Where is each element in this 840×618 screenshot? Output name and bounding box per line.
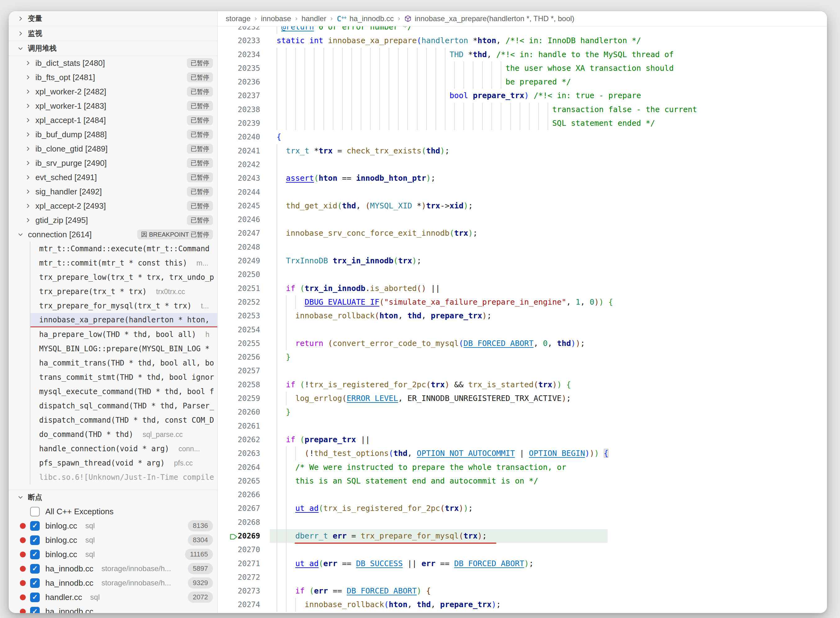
code-line[interactable]: 20237 bool prepare_trx) /*!< in: true - … bbox=[218, 89, 827, 103]
breakpoint-row[interactable]: ✓ha_innodb.ccstorage/innobase/h...5897 bbox=[9, 562, 217, 576]
gutter[interactable]: 20265 bbox=[218, 474, 277, 488]
code-line[interactable]: 20234 THD *thd, /*!< in: handle to the M… bbox=[218, 48, 827, 61]
callstack-thread-row[interactable]: ib_fts_opt [2481]已暂停 bbox=[9, 70, 217, 85]
gutter[interactable]: 20242 bbox=[218, 158, 277, 171]
callstack-thread-row[interactable]: sig_handler [2492]已暂停 bbox=[9, 184, 217, 199]
gutter[interactable]: 20236 bbox=[218, 75, 277, 89]
breakpoint-row[interactable]: ✓binlog.ccsql8136 bbox=[9, 518, 217, 533]
gutter[interactable]: 20240 bbox=[218, 130, 277, 144]
code-line[interactable]: 20263 (!thd_test_options(thd, OPTION_NOT… bbox=[218, 447, 827, 460]
callstack-thread-row[interactable]: gtid_zip [2495]已暂停 bbox=[9, 213, 217, 227]
code-line[interactable]: 20256 } bbox=[218, 350, 827, 364]
gutter[interactable]: 20269 bbox=[218, 529, 277, 543]
callstack-frame-row[interactable]: libc.so.6![Unknown/Just-In-Time compiled bbox=[30, 470, 217, 484]
code-line[interactable]: 20248 bbox=[218, 241, 827, 254]
gutter[interactable]: 20235 bbox=[218, 61, 277, 75]
code-line[interactable]: 20233static int innobase_xa_prepare(hand… bbox=[218, 34, 827, 48]
code-line[interactable]: 20235 the user whose XA transaction shou… bbox=[218, 61, 827, 75]
breakpoint-row[interactable]: ✓handler.ccsql2072 bbox=[9, 590, 217, 604]
gutter[interactable]: 20258 bbox=[218, 378, 277, 392]
code-line[interactable]: 20261 bbox=[218, 419, 827, 433]
code-line[interactable]: 20262 if (prepare_trx || bbox=[218, 433, 827, 447]
callstack-frame-row[interactable]: handle_connection(void * arg)conn... bbox=[30, 441, 217, 456]
gutter[interactable]: 20232 bbox=[218, 27, 277, 34]
code-line[interactable]: 20254 bbox=[218, 323, 827, 337]
code-line[interactable]: 20258 if (!trx_is_registered_for_2pc(trx… bbox=[218, 378, 827, 392]
code-line[interactable]: 20239 SQL statement ended */ bbox=[218, 116, 827, 130]
callstack-frame-row[interactable]: mtr_t::commit(mtr_t * const this)m... bbox=[30, 256, 217, 270]
gutter[interactable]: 20247 bbox=[218, 226, 277, 240]
gutter[interactable]: 20234 bbox=[218, 48, 277, 61]
callstack-frame-row[interactable]: do_command(THD * thd)sql_parse.cc bbox=[30, 427, 217, 441]
code-line[interactable]: 20270 bbox=[218, 543, 827, 557]
breakpoint-row[interactable]: ✓ha_innodb.ccstorage/innobase/h...9329 bbox=[9, 576, 217, 590]
callstack-thread-row[interactable]: ib_srv_purge [2490]已暂停 bbox=[9, 156, 217, 170]
breadcrumb[interactable]: storage›innobase›handler›C++ha_innodb.cc… bbox=[218, 11, 827, 27]
callstack-thread-row[interactable]: ib_dict_stats [2480]已暂停 bbox=[9, 56, 217, 70]
gutter[interactable]: 20245 bbox=[218, 199, 277, 213]
checkbox-checked[interactable]: ✓ bbox=[30, 607, 40, 614]
gutter[interactable]: 20243 bbox=[218, 171, 277, 185]
gutter[interactable]: 20262 bbox=[218, 433, 277, 447]
code-line[interactable]: 20253 innobase_rollback(hton, thd, prepa… bbox=[218, 309, 827, 323]
gutter[interactable]: 20272 bbox=[218, 570, 277, 584]
breakpoint-row[interactable]: ✓binlog.ccsql11165 bbox=[9, 547, 217, 562]
callstack-thread-row[interactable]: xpl_worker-1 [2483]已暂停 bbox=[9, 99, 217, 113]
gutter[interactable]: 20244 bbox=[218, 186, 277, 199]
callstack-frame-row[interactable]: trx_prepare(trx_t * trx)trx0trx.cc bbox=[30, 284, 217, 299]
code-line[interactable]: 20246 bbox=[218, 213, 827, 226]
code-line[interactable]: 20265 this is an SQL statement end and a… bbox=[218, 474, 827, 488]
callstack-frame-row[interactable]: trx_prepare_for_mysql(trx_t * trx)t... bbox=[30, 299, 217, 313]
gutter[interactable]: 20270 bbox=[218, 543, 277, 557]
checkbox-checked[interactable]: ✓ bbox=[30, 593, 40, 602]
gutter[interactable]: 20261 bbox=[218, 419, 277, 433]
callstack-frame-row[interactable]: pfs_spawn_thread(void * arg)pfs.cc bbox=[30, 456, 217, 470]
callstack-frame-row[interactable]: ha_commit_trans(THD * thd, bool all, boo… bbox=[30, 356, 217, 370]
code-line[interactable]: 20242 bbox=[218, 158, 827, 171]
gutter[interactable]: 20246 bbox=[218, 213, 277, 226]
breadcrumb-item-file[interactable]: ha_innodb.cc bbox=[350, 14, 394, 23]
callstack-thread-row-connection[interactable]: connection [2614] 因 BREAKPOINT 已暂停 bbox=[9, 227, 217, 242]
callstack-frame-row[interactable]: dispatch_sql_command(THD * thd, Parser_s… bbox=[30, 399, 217, 413]
gutter[interactable]: 20266 bbox=[218, 488, 277, 502]
code-line[interactable]: 20236 be prepared */ bbox=[218, 75, 827, 89]
code-line[interactable]: 20244 bbox=[218, 186, 827, 199]
checkbox-checked[interactable]: ✓ bbox=[30, 564, 40, 573]
code-line[interactable]: 20260 } bbox=[218, 405, 827, 419]
gutter[interactable]: 20233 bbox=[218, 34, 277, 48]
gutter[interactable]: 20248 bbox=[218, 241, 277, 254]
gutter[interactable]: 20252 bbox=[218, 295, 277, 309]
code-line[interactable]: 20267 ut_ad(trx_is_registered_for_2pc(tr… bbox=[218, 502, 827, 515]
checkbox-checked[interactable]: ✓ bbox=[30, 578, 40, 588]
gutter[interactable]: 20241 bbox=[218, 144, 277, 158]
breadcrumb-item-storage[interactable]: storage bbox=[226, 14, 250, 23]
callstack-frame-row[interactable]: mysql_execute_command(THD * thd, bool fi… bbox=[30, 385, 217, 399]
code-viewport[interactable]: 20232 @return 0 or error number */20233s… bbox=[218, 27, 827, 613]
checkbox-checked[interactable]: ✓ bbox=[30, 521, 40, 531]
code-line[interactable]: 20268 bbox=[218, 515, 827, 529]
code-line[interactable]: 20240{ bbox=[218, 130, 827, 144]
code-line[interactable]: 20264 /* We were instructed to prepare t… bbox=[218, 461, 827, 474]
gutter[interactable]: 20250 bbox=[218, 268, 277, 281]
gutter[interactable]: 20264 bbox=[218, 461, 277, 474]
callstack-frame-row[interactable]: mtr_t::Command::execute(mtr_t::Command * bbox=[30, 242, 217, 256]
gutter[interactable]: 20268 bbox=[218, 515, 277, 529]
callstack-frame-row[interactable]: trx_prepare_low(trx_t * trx, trx_undo_pt… bbox=[30, 270, 217, 284]
gutter[interactable]: 20254 bbox=[218, 323, 277, 337]
section-variables[interactable]: 变量 bbox=[9, 11, 217, 26]
callstack-thread-row[interactable]: xpl_accept-1 [2484]已暂停 bbox=[9, 113, 217, 127]
gutter[interactable]: 20260 bbox=[218, 405, 277, 419]
checkbox-checked[interactable]: ✓ bbox=[30, 550, 40, 559]
breadcrumb-item-symbol[interactable]: innobase_xa_prepare(handlerton *, THD *,… bbox=[415, 14, 575, 23]
callstack-thread-row[interactable]: xpl_accept-2 [2493]已暂停 bbox=[9, 199, 217, 213]
gutter[interactable]: 20255 bbox=[218, 337, 277, 350]
checkbox-checked[interactable]: ✓ bbox=[30, 535, 40, 545]
gutter[interactable]: 20238 bbox=[218, 103, 277, 116]
code-line[interactable]: 20269 dberr_t err = trx_prepare_for_mysq… bbox=[218, 529, 827, 543]
callstack-frame-row[interactable]: dispatch_command(THD * thd, const COM_DA… bbox=[30, 413, 217, 427]
exception-breakpoint-row[interactable]: All C++ Exceptions bbox=[9, 504, 217, 518]
gutter[interactable]: 20249 bbox=[218, 254, 277, 268]
code-line[interactable]: 20252 DBUG_EVALUATE_IF("simulate_xa_fail… bbox=[218, 295, 827, 309]
gutter[interactable]: 20259 bbox=[218, 392, 277, 405]
code-line[interactable]: 20259 log_errlog(ERROR_LEVEL, ER_INNODB_… bbox=[218, 392, 827, 405]
